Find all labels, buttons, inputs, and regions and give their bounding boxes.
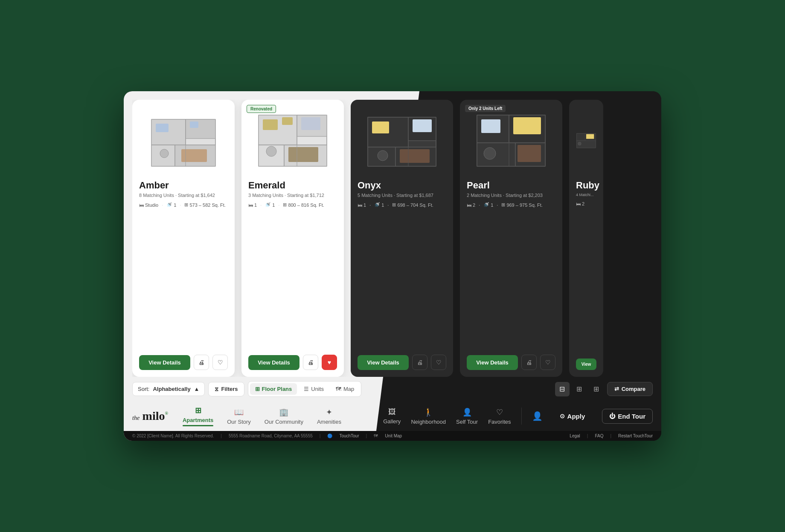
touch-tour-link[interactable]: TouchTour	[339, 434, 359, 438]
amenities-icon: ✦	[326, 408, 332, 417]
area-icon: ⊞	[392, 202, 396, 208]
card-pearl-title: Pearl	[467, 180, 555, 191]
logo-milo: milo	[142, 409, 165, 422]
community-icon: 🏢	[279, 408, 288, 417]
favorite-amber[interactable]: ♡	[212, 355, 228, 370]
restart-link[interactable]: Restart TouchTour	[618, 434, 653, 438]
tab-map[interactable]: 🗺 Map	[331, 383, 359, 395]
bed-icon: 🛏	[248, 202, 253, 208]
svg-rect-50	[576, 133, 585, 141]
units-icon: ☰	[304, 386, 309, 392]
bath-icon: 🚿	[483, 202, 489, 208]
view-details-amber[interactable]: View Details	[139, 355, 190, 370]
card-amber-subtitle: 8 Matching Units · Starting at $1,642	[139, 193, 228, 198]
nav-favorites[interactable]: ♡ Favorites	[488, 408, 511, 425]
copyright: © 2022 [Client Name]. All Rights Reserve…	[132, 434, 214, 438]
address: 5555 Roadname Road, Cityname, AA 55555	[229, 434, 313, 438]
print-amber[interactable]: 🖨	[194, 355, 209, 370]
dark-tab-single[interactable]: ⊟	[555, 382, 570, 396]
spec-sqft: ⊞ 573 – 582 Sq. Ft.	[184, 202, 225, 208]
map-icon: 🗺	[336, 386, 341, 392]
card-onyx-specs: 🛏 1 · 🚿 1 · ⊞ 698 – 704 Sq. Ft.	[358, 202, 446, 208]
view-details-pearl[interactable]: View Details	[467, 355, 518, 370]
floorplan-icon: ⊞	[255, 386, 260, 392]
spec-sqft: ⊞ 698 – 704 Sq. Ft.	[392, 202, 433, 208]
apartments-icon: ⊞	[195, 406, 201, 415]
floorplan-emerald	[256, 111, 329, 171]
card-emerald-actions: View Details 🖨 ♥	[248, 355, 337, 370]
favorites-icon: ♡	[496, 408, 503, 417]
self-tour-icon: 👤	[462, 408, 472, 417]
spec-bath: 🚿 1	[374, 202, 384, 208]
dark-tab-double[interactable]: ⊞	[572, 382, 587, 396]
footer-bar: © 2022 [Client Name]. All Rights Reserve…	[124, 431, 661, 441]
card-pearl-image	[467, 107, 555, 175]
cards-area: Amber 8 Matching Units · Starting at $1,…	[132, 100, 653, 377]
filter-icon: ⧖	[215, 386, 218, 393]
view-details-emerald[interactable]: View Details	[248, 355, 299, 370]
spec-bed: 🛏 1	[248, 202, 257, 208]
bottom-nav: the milo® ⊞ Apartments 📖 Our Story 🏢 Our	[124, 401, 661, 431]
nav-amenities[interactable]: ✦ Amenities	[315, 408, 343, 425]
dark-tab-grid[interactable]: ⊞	[589, 382, 604, 396]
nav-our-community[interactable]: 🏢 Our Community	[263, 408, 305, 425]
filters-button[interactable]: ⧖ Filters	[208, 382, 244, 396]
bath-icon: 🚿	[265, 202, 271, 208]
spec-bath: 🚿 1	[483, 202, 493, 208]
svg-rect-6	[190, 121, 198, 128]
svg-point-32	[378, 150, 388, 161]
compare-button[interactable]: ⇄ Compare	[607, 382, 653, 396]
nav-neighborhood[interactable]: 🚶 Neighborhood	[411, 408, 446, 425]
spec-sqft: ⊞ 969 – 975 Sq. Ft.	[501, 202, 542, 208]
nav-gallery[interactable]: 🖼 Gallery	[383, 408, 401, 425]
favorite-pearl[interactable]: ♡	[540, 355, 555, 370]
card-pearl-actions: View Details 🖨 ♡	[467, 355, 555, 370]
card-emerald-specs: 🛏 1 · 🚿 1 · ⊞ 800 – 816 Sq. Ft.	[248, 202, 337, 208]
user-icon[interactable]: 👤	[532, 411, 543, 421]
chevron-up-icon: ▲	[194, 386, 200, 392]
card-onyx-actions: View Details 🖨 ♡	[358, 355, 446, 370]
logo-text: the milo®	[132, 409, 168, 423]
legal-link[interactable]: Legal	[570, 434, 580, 438]
gallery-icon: 🖼	[388, 408, 396, 416]
bath-icon: 🚿	[166, 202, 172, 208]
spec-bed: 🛏 1	[358, 202, 366, 208]
area-icon: ⊞	[501, 202, 505, 208]
print-emerald[interactable]: 🖨	[303, 355, 318, 370]
card-amber-actions: View Details 🖨 ♡	[139, 355, 228, 370]
nav-apartments[interactable]: ⊞ Apartments	[181, 406, 215, 426]
nav-self-tour[interactable]: 👤 Self Tour	[456, 408, 478, 425]
sort-control[interactable]: Sort: Alphabetically ▲	[132, 382, 205, 396]
tab-units[interactable]: ☰ Units	[299, 383, 329, 395]
apply-button[interactable]: ⊙ Apply	[553, 409, 592, 423]
faq-link[interactable]: FAQ	[595, 434, 603, 438]
svg-rect-40	[477, 143, 515, 166]
card-pearl-specs: 🛏 2 · 🚿 1 · ⊞ 969 – 975 Sq. Ft.	[467, 202, 555, 208]
svg-rect-21	[301, 117, 320, 130]
svg-point-44	[484, 147, 496, 159]
view-details-onyx[interactable]: View Details	[358, 355, 409, 370]
nav-our-story[interactable]: 📖 Our Story	[225, 408, 253, 425]
view-details-ruby[interactable]: View	[576, 359, 596, 370]
card-ruby-actions: View	[576, 359, 596, 370]
floorplan-pearl	[475, 111, 547, 171]
area-icon: ⊞	[283, 202, 287, 208]
svg-point-19	[266, 146, 276, 156]
card-amber: Amber 8 Matching Units · Starting at $1,…	[132, 100, 235, 377]
card-onyx-image	[358, 107, 446, 175]
svg-rect-5	[156, 124, 169, 132]
favorite-emerald[interactable]: ♥	[322, 355, 337, 370]
favorite-onyx[interactable]: ♡	[431, 355, 446, 370]
svg-point-7	[160, 149, 169, 158]
tab-floor-plans[interactable]: ⊞ Floor Plans	[250, 383, 297, 395]
nav-underline	[183, 425, 213, 426]
unit-map-icon: 🗺	[374, 434, 378, 438]
svg-rect-31	[413, 119, 432, 132]
unit-map-link[interactable]: Unit Map	[385, 434, 402, 438]
bed-icon: 🛏	[139, 202, 144, 208]
end-tour-button[interactable]: ⏻ End Tour	[602, 409, 653, 424]
print-onyx[interactable]: 🖨	[412, 355, 427, 370]
print-pearl[interactable]: 🖨	[521, 355, 537, 370]
spec-bath: 🚿 1	[265, 202, 275, 208]
compare-icon: ⇄	[614, 386, 619, 392]
